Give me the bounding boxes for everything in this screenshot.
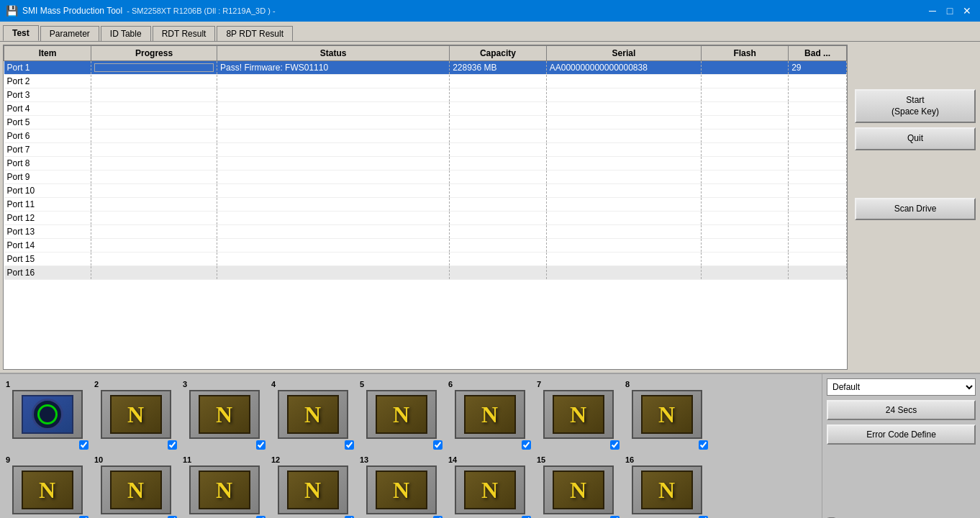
- table-cell-15-3: [450, 266, 547, 280]
- port-checkbox-3[interactable]: [256, 440, 266, 450]
- tab-test[interactable]: Test: [3, 25, 39, 41]
- table-cell-6-5: [702, 143, 789, 157]
- error-code-define-button[interactable]: Error Code Define: [827, 424, 976, 445]
- table-cell-12-5: [702, 225, 789, 239]
- table-cell-7-1: [91, 157, 217, 171]
- ports-row-2: 9N10N11N12N13N14N15N16N: [6, 455, 816, 518]
- table-row[interactable]: Port 5: [4, 116, 847, 130]
- port-icon-box-6[interactable]: N: [455, 390, 525, 439]
- table-cell-8-6: [789, 171, 847, 184]
- port-label-10: 10: [94, 455, 103, 464]
- minimize-button[interactable]: ─: [925, 4, 940, 18]
- table-row[interactable]: Port 13: [4, 225, 847, 239]
- port-checkbox-7[interactable]: [610, 440, 620, 450]
- table-row[interactable]: Port 6: [4, 130, 847, 143]
- table-cell-11-2: [217, 212, 450, 225]
- table-row[interactable]: Port 15: [4, 253, 847, 266]
- table-row[interactable]: Port 7: [4, 143, 847, 157]
- port-label-7: 7: [537, 380, 541, 388]
- app-subtitle: - SM2258XT R1206B (Dll : R1219A_3D ) -: [127, 6, 275, 15]
- table-cell-4-2: [217, 116, 450, 130]
- table-cell-2-5: [702, 88, 789, 102]
- table-row[interactable]: Port 16: [4, 266, 847, 280]
- table-cell-14-2: [217, 253, 450, 266]
- table-row[interactable]: Port 8: [4, 157, 847, 171]
- port-icon-box-15[interactable]: N: [543, 465, 614, 514]
- table-cell-3-3: [450, 102, 547, 116]
- start-button[interactable]: Start(Space Key): [855, 89, 976, 123]
- port-icon-box-7[interactable]: N: [543, 390, 614, 439]
- table-row[interactable]: Port 11: [4, 198, 847, 212]
- table-panel: Item Progress Status Capacity Serial Fla…: [0, 42, 850, 373]
- table-row[interactable]: Port 1Pass! Firmware: FWS01110228936 MBA…: [4, 61, 847, 75]
- port-icon-box-2[interactable]: N: [101, 390, 171, 439]
- table-cell-3-5: [702, 102, 789, 116]
- table-row[interactable]: Port 2: [4, 75, 847, 88]
- table-row[interactable]: Port 4: [4, 102, 847, 116]
- table-cell-4-1: [91, 116, 217, 130]
- port-icon-box-8[interactable]: N: [632, 390, 702, 439]
- table-row[interactable]: Port 9: [4, 171, 847, 184]
- port-icon-box-11[interactable]: N: [189, 465, 260, 514]
- port-label-16: 16: [625, 455, 634, 464]
- table-cell-1-5: [702, 75, 789, 88]
- table-cell-6-6: [789, 143, 847, 157]
- port-icon-box-14[interactable]: N: [455, 465, 525, 514]
- table-cell-9-1: [91, 184, 217, 198]
- table-cell-8-1: [91, 171, 217, 184]
- table-row[interactable]: Port 12: [4, 212, 847, 225]
- col-serial: Serial: [546, 46, 701, 61]
- table-cell-15-0: Port 16: [4, 266, 91, 280]
- table-cell-5-2: [217, 130, 450, 143]
- port-icon-box-10[interactable]: N: [101, 465, 171, 514]
- table-cell-13-3: [450, 239, 547, 253]
- table-row[interactable]: Port 3: [4, 88, 847, 102]
- close-button[interactable]: ✕: [960, 4, 974, 18]
- col-capacity: Capacity: [450, 46, 547, 61]
- port-icon-box-16[interactable]: N: [632, 465, 702, 514]
- port-checkbox-6[interactable]: [522, 440, 531, 450]
- port-icon-box-5[interactable]: N: [366, 390, 437, 439]
- port-checkbox-1[interactable]: [79, 440, 89, 450]
- port-icon-box-1[interactable]: [12, 390, 83, 439]
- table-cell-3-0: Port 4: [4, 102, 91, 116]
- table-cell-0-1: [91, 61, 217, 75]
- table-cell-5-3: [450, 130, 547, 143]
- port-icon-box-13[interactable]: N: [366, 465, 437, 514]
- title-bar-left: 💾 SMI Mass Production Tool - SM2258XT R1…: [6, 5, 276, 17]
- app-title: SMI Mass Production Tool: [22, 6, 122, 16]
- table-row[interactable]: Port 10: [4, 184, 847, 198]
- tab-rdt-result[interactable]: RDT Result: [153, 26, 216, 41]
- ports-container: 12N3N4N5N6N7N8N 9N10N11N12N13N14N15N16N: [0, 374, 822, 518]
- port-checkbox-2[interactable]: [168, 440, 177, 450]
- maximize-button[interactable]: □: [943, 4, 957, 18]
- tab-parameter[interactable]: Parameter: [40, 26, 99, 41]
- profile-dropdown[interactable]: Default: [827, 378, 976, 396]
- table-cell-9-0: Port 10: [4, 184, 91, 198]
- port-icon-box-9[interactable]: N: [12, 465, 83, 514]
- table-cell-7-4: [546, 157, 701, 171]
- title-bar: 💾 SMI Mass Production Tool - SM2258XT R1…: [0, 0, 980, 22]
- table-cell-3-2: [217, 102, 450, 116]
- table-cell-5-5: [702, 130, 789, 143]
- port-item-16: 16N: [625, 455, 708, 518]
- table-cell-10-3: [450, 198, 547, 212]
- window-controls: ─ □ ✕: [925, 4, 974, 18]
- port-icon-box-3[interactable]: N: [189, 390, 260, 439]
- port-icon-box-4[interactable]: N: [278, 390, 348, 439]
- tab-8p-rdt-result[interactable]: 8P RDT Result: [217, 26, 293, 41]
- port-label-8: 8: [625, 380, 630, 388]
- secs-button[interactable]: 24 Secs: [827, 400, 976, 420]
- port-item-3: 3N: [183, 380, 266, 450]
- table-row[interactable]: Port 14: [4, 239, 847, 253]
- port-checkbox-5[interactable]: [433, 440, 443, 450]
- scan-drive-button[interactable]: Scan Drive: [855, 198, 976, 221]
- port-checkbox-4[interactable]: [345, 440, 354, 450]
- table-cell-2-3: [450, 88, 547, 102]
- port-checkbox-8[interactable]: [699, 440, 708, 450]
- quit-button[interactable]: Quit: [855, 127, 976, 150]
- table-cell-12-6: [789, 225, 847, 239]
- port-item-8: 8N: [625, 380, 708, 450]
- port-icon-box-12[interactable]: N: [278, 465, 348, 514]
- tab-id-table[interactable]: ID Table: [101, 26, 151, 41]
